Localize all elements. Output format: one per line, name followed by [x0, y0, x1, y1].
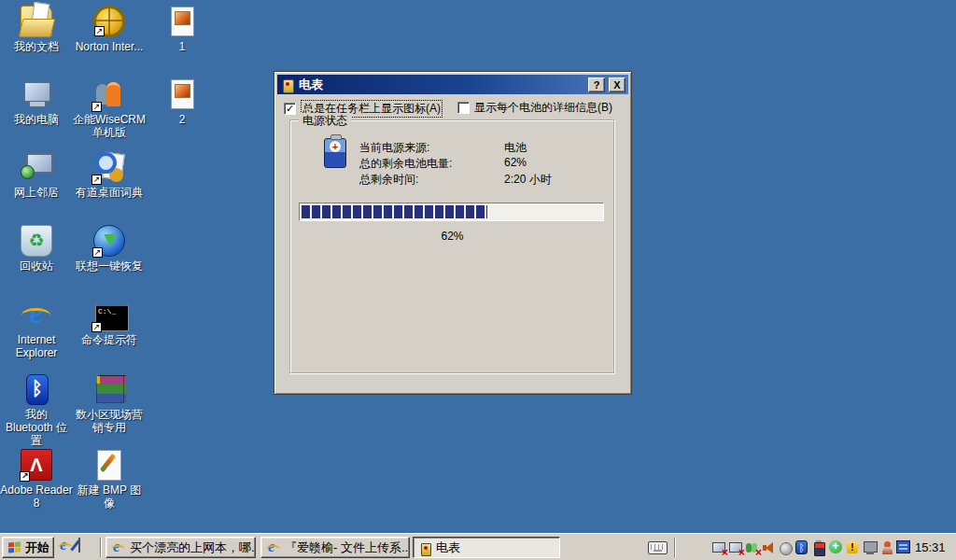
always-show-icon-checkbox[interactable]: [284, 103, 296, 115]
power-meter-dialog: 电表 ? X 总是在任务栏上显示图标(A) 显示每个电池的详细信息(B) 电源状…: [274, 71, 632, 395]
group-title: 电源状态: [299, 113, 351, 129]
shortcut-arrow-icon: ↗: [92, 247, 103, 258]
desktop-icon-label: 联想一键恢复: [76, 259, 143, 273]
desktop-icon-command-prompt[interactable]: ↗ 命令提示符: [73, 299, 146, 346]
desktop-icon-my-documents[interactable]: 我的文档: [0, 6, 73, 53]
desktop-icon-label: 网上邻居: [14, 186, 59, 199]
task-button-netbook[interactable]: 买个漂亮的上网本，哪...: [105, 537, 256, 558]
desktop-icon-label: 新建 BMP 图像: [73, 483, 146, 510]
dialog-title: 电表: [299, 77, 584, 93]
volume-icon[interactable]: [762, 540, 777, 555]
document-icon: [166, 6, 198, 37]
show-battery-details-checkbox[interactable]: [457, 102, 470, 114]
shortcut-arrow-icon: ↗: [94, 26, 105, 36]
taskbar-divider: [100, 538, 102, 557]
close-button[interactable]: X: [609, 77, 626, 92]
help-button[interactable]: ?: [588, 77, 605, 92]
my-documents-icon: [21, 6, 52, 37]
desktop-icon-winrar-archive[interactable]: 数小区现场营销专用: [73, 373, 146, 434]
battery-level-row: 总的剩余电池电量: 62%: [359, 156, 527, 172]
internet-explorer-icon: [266, 540, 281, 555]
desktop-icon-label: 我的电脑: [14, 113, 59, 126]
norton-globe-icon: ↗: [93, 6, 125, 37]
status-label: 总的剩余电池电量:: [359, 156, 504, 172]
desktop-icon-internet-explorer[interactable]: e Internet Explorer: [0, 299, 73, 359]
battery-meter-icon[interactable]: [813, 540, 828, 555]
status-value: 2:20 小时: [504, 172, 552, 188]
shortcut-arrow-icon: ↗: [91, 322, 102, 332]
document-icon: [166, 78, 198, 110]
desktop-icon-folder-2[interactable]: 2: [146, 78, 218, 126]
task-label: 买个漂亮的上网本，哪...: [130, 539, 256, 556]
desktop-icon-label: 1: [179, 40, 186, 53]
power-meter-icon: [280, 77, 295, 92]
task-button-power-meter[interactable]: 电表: [413, 537, 560, 558]
internet-explorer-icon: [111, 540, 126, 555]
dialog-titlebar[interactable]: 电表 ? X: [277, 75, 628, 94]
recycle-bin-icon: ♻: [21, 225, 52, 257]
winrar-books-icon: [93, 373, 125, 405]
network-places-icon: [21, 151, 52, 183]
task-button-upload[interactable]: 『爱赣榆- 文件上传系...: [260, 537, 410, 558]
battery-percent-label: 62%: [291, 230, 613, 243]
taskbar: 开始 买个漂亮的上网本，哪... 『爱赣榆- 文件上传系... 电表 ᛒ + !: [0, 533, 956, 560]
wireless-disconnected-icon[interactable]: [728, 540, 743, 555]
dialog-body: 总是在任务栏上显示图标(A) 显示每个电池的详细信息(B) 电源状态 当前电源来…: [277, 94, 628, 391]
youdao-magnifier-icon: ↗: [93, 151, 125, 183]
show-desktop-icon: [78, 538, 80, 553]
status-value: 电池: [504, 140, 527, 156]
desktop-icon-my-computer[interactable]: 我的电脑: [0, 78, 73, 126]
start-label: 开始: [25, 539, 49, 556]
ime-language-icon[interactable]: [896, 540, 910, 553]
status-label: 当前电源来源:: [359, 140, 504, 156]
desktop-icon-label: 命令提示符: [81, 333, 137, 346]
windows-logo-icon: [7, 540, 21, 553]
desktop-icon-label: 我的 Bluetooth 位置: [0, 408, 73, 447]
desktop-icon-label: 2: [179, 113, 186, 126]
power-meter-icon: [418, 540, 432, 555]
desktop-icon-adobe-reader[interactable]: Λ↗ Adobe Reader 8: [0, 449, 73, 510]
display-settings-icon[interactable]: [863, 540, 878, 555]
shortcut-arrow-icon: ↗: [20, 471, 30, 482]
desktop-icon-network-places[interactable]: 网上邻居: [0, 151, 73, 199]
desktop-icon-new-bmp[interactable]: 新建 BMP 图像: [73, 449, 146, 510]
network-disconnected-icon[interactable]: [711, 540, 726, 555]
battery-progress-bar: [299, 203, 604, 221]
desktop-icon-label: 企能WiseCRM 单机版: [73, 113, 146, 139]
quicklaunch-show-desktop[interactable]: [78, 539, 97, 557]
taskbar-clock[interactable]: 15:31: [915, 534, 946, 560]
shortcut-arrow-icon: ↗: [91, 175, 102, 185]
taskbar-divider: [674, 538, 676, 557]
power-source-row: 当前电源来源: 电池: [359, 140, 527, 156]
status-label: 总剩余时间:: [359, 172, 504, 188]
desktop-icon-youdao-dict[interactable]: ↗ 有道桌面词典: [73, 151, 146, 199]
checkbox-label: 显示每个电池的详细信息(B): [474, 100, 612, 116]
desktop-icon-label: 我的文档: [14, 40, 59, 53]
desktop-icon-norton[interactable]: ↗ Norton Inter...: [73, 6, 146, 53]
task-label: 电表: [436, 539, 460, 556]
wisecrm-people-icon: ↗: [93, 78, 125, 110]
adobe-reader-icon: Λ↗: [21, 449, 52, 481]
my-computer-icon: [21, 78, 52, 110]
desktop-icon-folder-1[interactable]: 1: [146, 6, 218, 53]
desktop-icon-recycle-bin[interactable]: ♻ 回收站: [0, 225, 73, 273]
security-warning-icon[interactable]: !: [846, 540, 859, 553]
user-status-icon[interactable]: [879, 540, 894, 555]
desktop-icon-lenovo-recovery[interactable]: ↗ 联想一键恢复: [73, 225, 146, 273]
messenger-offline-icon[interactable]: [745, 540, 760, 555]
show-battery-details-option[interactable]: 显示每个电池的详细信息(B): [457, 100, 612, 116]
desktop-icon-label: Norton Inter...: [76, 40, 144, 53]
desktop-icon-my-bluetooth-places[interactable]: 我的 Bluetooth 位置: [0, 373, 73, 447]
time-remaining-row: 总剩余时间: 2:20 小时: [359, 172, 552, 188]
desktop-icon-label: 回收站: [20, 259, 53, 273]
desktop-icon-label: 有道桌面词典: [76, 186, 143, 199]
status-value: 62%: [504, 156, 527, 172]
ime-keyboard-icon[interactable]: [648, 541, 668, 554]
bluetooth-icon: [21, 373, 52, 405]
bluetooth-icon[interactable]: ᛒ: [795, 540, 808, 554]
audio-device-icon[interactable]: [779, 540, 794, 555]
power-status-group: 电源状态 当前电源来源: 电池 总的剩余电池电量: 62% 总剩余时间: 2:2…: [289, 119, 615, 374]
start-button[interactable]: 开始: [2, 537, 54, 558]
antivirus-status-icon[interactable]: +: [829, 540, 842, 553]
desktop-icon-wisecrm[interactable]: ↗ 企能WiseCRM 单机版: [73, 78, 146, 139]
